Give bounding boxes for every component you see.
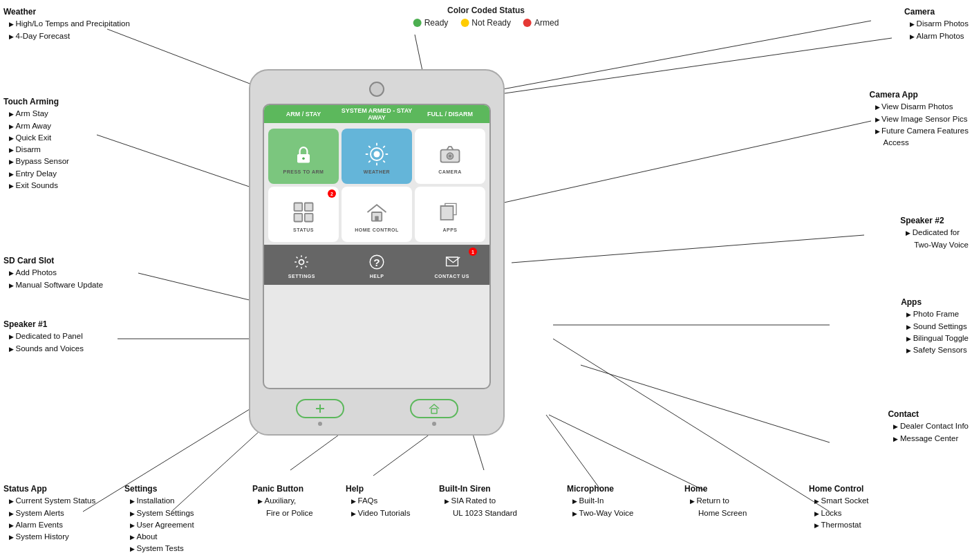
main-icons: PRESS TO ARM WEATHER [264, 123, 489, 245]
svg-line-14 [512, 235, 864, 263]
svg-rect-36 [295, 213, 303, 221]
status-legend: Color Coded Status Ready Not Ready Armed [413, 6, 559, 28]
contact-badge: 1 [469, 248, 477, 256]
disarm: Disarm [3, 145, 41, 153]
svg-line-18 [480, 21, 871, 93]
svg-point-40 [299, 260, 304, 265]
device-panel: ARM / STAY SYSTEM ARMED - STAY AWAY FULL… [249, 69, 505, 436]
settings-tile[interactable]: SETTINGS [264, 245, 339, 285]
status-armed: Armed [523, 18, 559, 28]
svg-line-26 [368, 146, 371, 148]
weather-tile-label: WEATHER [364, 169, 390, 174]
status-tile[interactable]: 2 STATUS [268, 187, 339, 242]
status-ready: Ready [413, 18, 449, 28]
bottom-bar: SETTINGS ? HELP 1 CONTACT US [264, 245, 489, 285]
status-bar: ARM / STAY SYSTEM ARMED - STAY AWAY FULL… [264, 105, 489, 123]
dedicated-to-panel: Dedicated to Panel [3, 332, 83, 340]
help-tile-label: HELP [370, 274, 384, 279]
camera-circle [369, 82, 384, 97]
camera-tile[interactable]: CAMERA [415, 129, 485, 184]
press-to-arm-tile[interactable]: PRESS TO ARM [268, 129, 339, 184]
camera-app-annotation: Camera App View Disarm Photos View Image… [870, 88, 969, 149]
entry-delay: Entry Delay [3, 169, 57, 178]
arm-away: Arm Away [3, 122, 51, 130]
svg-rect-34 [295, 203, 303, 211]
apps-tile[interactable]: APPS [415, 187, 485, 242]
svg-line-9 [546, 415, 601, 491]
panic-button-annotation: Panic Button Auxiliary, Fire or Police [252, 483, 313, 519]
svg-line-12 [456, 38, 892, 100]
help-tile[interactable]: ? HELP [339, 245, 415, 285]
speaker1-annotation: Speaker #1 Dedicated to Panel Sounds and… [3, 318, 84, 355]
svg-line-29 [368, 160, 371, 162]
sounds-and-voices: Sounds and Voices [3, 344, 84, 353]
plus-icon [314, 402, 326, 415]
svg-point-20 [302, 157, 305, 160]
weather-tile[interactable]: WEATHER [342, 129, 412, 184]
home-control-tile[interactable]: HOME CONTROL [342, 187, 412, 242]
svg-line-16 [581, 365, 830, 442]
exit-sounds: Exit Sounds [3, 181, 58, 189]
camera-icon [438, 142, 462, 167]
dot-1 [318, 422, 322, 426]
svg-line-28 [383, 146, 385, 148]
home-icon [428, 402, 440, 415]
svg-point-30 [374, 151, 380, 157]
help-annotation: Help FAQs Video Tutorials [346, 483, 410, 519]
status-bar-arm-stay[interactable]: ARM / STAY [267, 111, 340, 118]
camera-annotation: Camera Disarm Photos Alarm Photos [904, 6, 969, 42]
svg-text:?: ? [373, 256, 380, 268]
weather-item-1: High/Lo Temps and Precipitation [3, 19, 130, 28]
status-legend-title: Color Coded Status [447, 6, 525, 15]
status-icon [291, 200, 316, 225]
siren-annotation: Built-In Siren SIA Rated to UL 1023 Stan… [439, 483, 517, 519]
status-badge: 2 [328, 189, 336, 198]
help-icon: ? [367, 252, 386, 272]
status-not-ready: Not Ready [460, 18, 511, 28]
status-tile-label: STATUS [293, 227, 314, 232]
contact-icon [442, 252, 462, 272]
add-photos: Add Photos [3, 268, 57, 277]
apps-annotation: Apps Photo Frame Sound Settings Bilingua… [901, 296, 969, 356]
svg-line-13 [498, 121, 871, 204]
screen: ARM / STAY SYSTEM ARMED - STAY AWAY FULL… [263, 104, 491, 389]
svg-rect-37 [305, 213, 313, 221]
status-app-annotation: Status App Current System Status System … [3, 483, 95, 543]
dot-2 [432, 422, 436, 426]
home-control-tile-label: HOME CONTROL [355, 227, 399, 232]
contact-annotation: Contact Dealer Contact Info Message Cent… [888, 408, 969, 445]
arm-stay: Arm Stay [3, 109, 48, 118]
lock-icon [291, 142, 316, 167]
home-control-annotation: Home Control Smart Socket Locks Thermost… [809, 483, 869, 531]
plus-button[interactable] [296, 399, 344, 418]
svg-rect-45 [431, 409, 437, 413]
settings-tile-label: SETTINGS [288, 274, 315, 279]
home-control-icon [364, 200, 389, 225]
svg-line-2 [138, 273, 252, 301]
home-button[interactable] [410, 399, 458, 418]
status-bar-full-disarm[interactable]: FULL / DISARM [413, 111, 487, 118]
ready-label: Ready [424, 18, 449, 28]
microphone-annotation: Microphone Built-In Two-Way Voice [567, 483, 633, 519]
svg-rect-35 [305, 203, 313, 211]
bypass-sensor: Bypass Sensor [3, 157, 69, 165]
below-screen-buttons [263, 399, 491, 418]
press-to-arm-label: PRESS TO ARM [283, 169, 324, 174]
not-ready-label: Not Ready [471, 18, 511, 28]
home-annotation: Home Return to Home Screen [684, 483, 747, 519]
not-ready-dot [460, 19, 469, 27]
armed-dot [523, 19, 532, 27]
armed-label: Armed [534, 18, 559, 28]
weather-icon [364, 142, 389, 167]
apps-icon [438, 200, 462, 225]
ready-dot [413, 19, 422, 27]
apps-tile-label: APPS [442, 227, 457, 232]
sd-card-annotation: SD Card Slot Add Photos Manual Software … [3, 254, 103, 291]
settings-icon [292, 252, 311, 272]
quick-exit: Quick Exit [3, 133, 51, 142]
touch-arming-annotation: Touch Arming Arm Stay Arm Away Quick Exi… [3, 95, 69, 192]
weather-item-2: 4-Day Forecast [3, 32, 70, 40]
svg-rect-39 [375, 216, 378, 221]
contact-tile[interactable]: 1 CONTACT US [414, 245, 489, 285]
svg-line-10 [549, 415, 705, 491]
